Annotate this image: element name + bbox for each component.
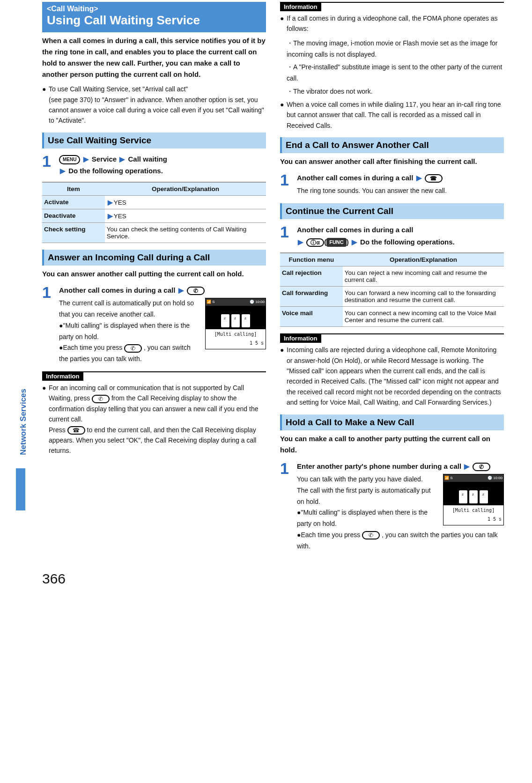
row-deactivate: Deactivate	[42, 209, 105, 222]
arrow-icon: ▶	[177, 286, 185, 294]
voice-mail-desc: You can connect a new incoming call to t…	[343, 307, 504, 327]
call-rejection-desc: You can reject a new incoming call and r…	[343, 266, 504, 287]
row-call-forwarding: Call forwarding	[280, 287, 343, 307]
i-alpha-key-icon: ⓘα	[306, 238, 324, 247]
table-call-waiting-ops: Item Operation/Explanation Activate ▶YES…	[42, 182, 266, 243]
info-top-1a: ・The moving image, i-motion movie or Fla…	[280, 38, 504, 60]
deactivate-value: YES	[114, 213, 126, 220]
info1-c: Press	[49, 426, 67, 434]
hold-step: 1 Enter another party's phone number dur…	[280, 460, 504, 552]
arrow-icon: ▶	[59, 167, 66, 175]
arrow-icon: ▶	[415, 174, 423, 182]
call-key-icon: ✆	[187, 287, 205, 295]
row-voice-mail: Voice mail	[280, 307, 343, 327]
information-box-1: Information ● For an incoming call or co…	[42, 371, 266, 456]
info-label: Information	[280, 334, 321, 343]
check-value: You can check the setting contents of Ca…	[105, 222, 266, 243]
table-header-item: Item	[42, 182, 105, 196]
arrow-icon: ▶	[82, 155, 90, 163]
subsection-end: End a Call to Answer Another Call	[280, 137, 504, 153]
table2-h2: Operation/Explanation	[343, 253, 504, 266]
feature-heading: <Call Waiting> Using Call Waiting Servic…	[42, 2, 266, 32]
step-service: Service	[92, 155, 117, 163]
end-step: 1 Another call comes in during a call ▶ …	[280, 172, 504, 197]
answer-bullet-2a: Each time you press	[63, 344, 124, 351]
hold-bullet-1: "Multi calling" is displayed when there …	[297, 509, 428, 527]
activate-value: YES	[114, 199, 126, 206]
arrow-icon: ▶	[351, 238, 358, 246]
subsection-hold: Hold a Call to Make a New Call	[280, 414, 504, 430]
info-top-1c: ・The vibrator does not work.	[280, 86, 504, 97]
left-column: <Call Waiting> Using Call Waiting Servic…	[42, 2, 266, 557]
table-header-op: Operation/Explanation	[105, 182, 266, 196]
subsection-answer: Answer an Incoming Call during a Call	[42, 250, 266, 266]
phone-screen-illustration: 📶 S🕐 10:00 [Multi calling] 1 5 s	[205, 298, 266, 349]
hold-step-title: Enter another party's phone number durin…	[297, 462, 461, 470]
hold-bullet-2a: Each time you press	[301, 531, 362, 539]
table2-h1: Function menu	[280, 253, 343, 266]
cont-step-title: Another call comes in during a call	[297, 226, 413, 234]
lead-text: When a call comes in during a call, this…	[42, 35, 266, 80]
arrow-icon: ▶	[463, 462, 471, 470]
right-column: Information ●If a call comes in during a…	[280, 2, 504, 557]
row-activate: Activate	[42, 195, 105, 209]
call-key-icon: ✆	[362, 531, 380, 539]
side-tab-label: Network Services	[19, 389, 28, 455]
note-text-a: To use Call Waiting Service, set "Arriva…	[49, 85, 188, 93]
phone-screen-illustration: 📶 S🕐 10:00 [Multi calling] 1 5 s	[443, 474, 504, 525]
continue-step: 1 Another call comes in during a call ▶ …	[280, 224, 504, 248]
answer-bullet-1: "Multi calling" is displayed when there …	[59, 322, 190, 340]
info-top-1: If a call comes in during a videophone c…	[287, 13, 504, 34]
page-number: 366	[42, 571, 504, 587]
feature-title: Using Call Waiting Service	[47, 13, 261, 28]
end-key-icon: ☎	[425, 174, 443, 183]
arrow-icon: ▶	[118, 155, 126, 163]
information-box-2: Information ●Incoming calls are rejected…	[280, 333, 504, 407]
table-function-menu: Function menu Operation/Explanation Call…	[280, 252, 504, 327]
info-top-2: When a voice call comes in while dialing…	[287, 99, 504, 131]
feature-tag: <Call Waiting>	[47, 5, 261, 13]
answer-step-title: Another call comes in during a call	[59, 286, 175, 294]
end-key-icon: ☎	[67, 426, 85, 435]
info-label: Information	[42, 372, 83, 381]
step-1: 1 MENU ▶ Service ▶ Call waiting ▶ Do the…	[42, 153, 266, 177]
arrow-icon: ▶	[297, 238, 304, 246]
cont-step-after: Do the following operations.	[360, 238, 455, 246]
answer-step: 1 Another call comes in during a call ▶ …	[42, 284, 266, 365]
call-key-icon: ✆	[124, 344, 142, 353]
info-top-1b: ・A "Pre-installed" substitute image is s…	[280, 62, 504, 84]
row-check: Check setting	[42, 222, 105, 243]
end-lead: You can answer another call after finish…	[280, 156, 504, 167]
side-tab-marker	[16, 468, 25, 510]
row-call-rejection: Call rejection	[280, 266, 343, 287]
subsection-continue: Continue the Current Call	[280, 203, 504, 219]
call-key-icon: ✆	[473, 463, 490, 471]
hold-lead: You can make a call to another party put…	[280, 433, 504, 456]
information-box-top: Information ●If a call comes in during a…	[280, 2, 504, 131]
info2-body: Incoming calls are rejected during a vid…	[287, 345, 504, 407]
info-label: Information	[280, 2, 321, 11]
answer-lead: You can answer another call putting the …	[42, 268, 266, 280]
end-step-plain: The ring tone sounds. You can answer the…	[297, 185, 504, 197]
answer-plain-1: The current call is automatically put on…	[59, 299, 194, 318]
note-text-b: (see page 370) to "Answer" in advance. W…	[49, 96, 264, 125]
call-key-icon: ✆	[92, 395, 110, 403]
subsection-use: Use Call Waiting Service	[42, 133, 266, 148]
func-badge: FUNC	[326, 238, 347, 247]
hold-plain-1: You can talk with the party you have dia…	[297, 475, 423, 483]
menu-key-icon: MENU	[59, 155, 80, 164]
hold-plain-2: The call with the first party is automat…	[297, 487, 431, 505]
step-do-following: Do the following operations.	[68, 167, 163, 175]
note-bullet: ● To use Call Waiting Service, set "Arri…	[42, 84, 266, 126]
end-step-title: Another call comes in during a call	[297, 174, 413, 182]
step-call-waiting: Call waiting	[128, 155, 167, 163]
call-forwarding-desc: You can forward a new incoming call to t…	[343, 287, 504, 307]
